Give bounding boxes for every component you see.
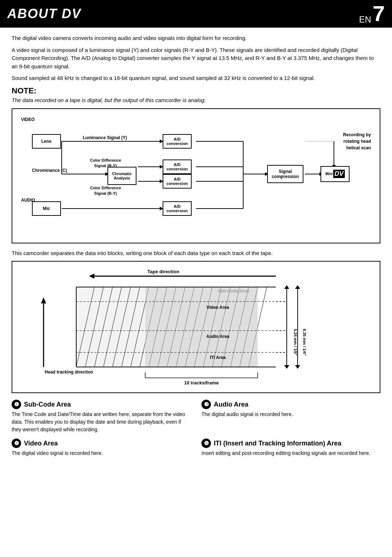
section-2-title: Video Area (24, 440, 58, 447)
svg-text:ITI Area: ITI Area (210, 355, 226, 360)
svg-marker-67 (284, 285, 289, 289)
section-2-num: ❷ (12, 439, 21, 448)
main-content: The digital video camera converts incomi… (0, 28, 392, 471)
paragraph-1: The digital video camera converts incomi… (12, 34, 380, 43)
section-2-text: The digital video signal is recorded her… (12, 449, 191, 457)
section-1-text: The Time Code and Date/Time data are wri… (12, 411, 191, 433)
svg-marker-64 (41, 297, 46, 303)
page-header: ABOUT DV EN 7 (0, 0, 392, 28)
svg-text:10 tracks/frame: 10 tracks/frame (184, 380, 219, 386)
luminance-label: Luminance Signal (Y) (83, 135, 127, 140)
lens-box: Lens (32, 134, 61, 149)
ad-conversion-1: A/Dconversion (163, 134, 192, 149)
section-3-heading: ❸ Audio Area (201, 400, 380, 409)
section-1-heading: ❶ Sub-Code Area (12, 400, 191, 409)
section-4: ❹ ITI (Insert and Tracking Information) … (201, 439, 380, 457)
paragraph-3: Sound sampled at 48 kHz is changed to a … (12, 74, 380, 82)
svg-text:6.35 mm / 1/4": 6.35 mm / 1/4" (302, 329, 307, 356)
paragraph-2: A video signal is composed of a luminanc… (12, 46, 380, 71)
color-diff-by-label: Color DifferenceSignal (B-Y) (90, 185, 121, 197)
svg-text:Tape direction: Tape direction (147, 269, 179, 274)
page-title: ABOUT DV (7, 6, 81, 21)
diagram1-inner: VIDEO AUDIO Lens Chrominance (C) Mic Lum… (17, 114, 375, 238)
svg-text:Head tracking direction: Head tracking direction (45, 370, 93, 375)
ad-conversion-2: A/Dconversion (163, 160, 192, 174)
section-3: ❸ Audio Area The digital audio signal is… (201, 400, 380, 433)
recording-label: Recording byrotating headhelical scan (343, 132, 371, 151)
between-paragraph: This camcorder separates the data into b… (12, 249, 380, 258)
mic-box: Mic (32, 201, 61, 216)
ad-conversion-3: A/Dconversion (163, 174, 192, 189)
section-3-num: ❸ (201, 400, 211, 409)
signal-compression-box: Signalcompression (267, 165, 303, 183)
svg-marker-50 (145, 287, 258, 367)
note-label: NOTE: (12, 86, 380, 96)
svg-marker-72 (295, 365, 300, 369)
page-number-area: EN 7 (359, 3, 385, 25)
page-number: 7 (373, 3, 385, 25)
section-1: ❶ Sub-Code Area The Time Code and Date/T… (12, 400, 191, 433)
svg-marker-25 (89, 274, 94, 279)
section-4-text: Insert editing and post-recording editin… (201, 449, 380, 457)
chrominance-label: Chrominance (C) (32, 168, 67, 173)
tape-diagram: Tape direction Sub-Code Area (12, 261, 380, 393)
bottom-sections: ❶ Sub-Code Area The Time Code and Date/T… (12, 400, 380, 462)
svg-text:5.24 mm / 1/5": 5.24 mm / 1/5" (293, 329, 298, 356)
en-label: EN (359, 15, 371, 25)
section-4-num: ❹ (201, 439, 211, 448)
video-label: VIDEO (21, 117, 34, 122)
section-1-num: ❶ (12, 400, 21, 409)
note-text: The data recorded on a tape is digital, … (12, 97, 380, 103)
section-2-heading: ❷ Video Area (12, 439, 191, 448)
diagram2-inner: Tape direction Sub-Code Area (16, 265, 376, 389)
minidv-box: Mini DV (320, 166, 350, 182)
section-3-text: The digital audio signal is recorded her… (201, 411, 380, 418)
section-3-title: Audio Area (214, 401, 248, 408)
section-1-title: Sub-Code Area (24, 401, 71, 408)
svg-marker-68 (284, 365, 289, 369)
svg-text:Audio Area: Audio Area (206, 334, 229, 339)
signal-flow-diagram: VIDEO AUDIO Lens Chrominance (C) Mic Lum… (12, 108, 380, 243)
svg-text:Video Area: Video Area (207, 305, 229, 310)
section-2: ❷ Video Area The digital video signal is… (12, 439, 191, 457)
section-4-heading: ❹ ITI (Insert and Tracking Information) … (201, 439, 380, 448)
ad-conversion-4: A/Dconversion (163, 201, 192, 216)
svg-marker-71 (295, 285, 300, 289)
section-4-title: ITI (Insert and Tracking Information) Ar… (214, 440, 341, 447)
chromatic-analysis-box: ChromaticAnalysis (107, 167, 136, 185)
